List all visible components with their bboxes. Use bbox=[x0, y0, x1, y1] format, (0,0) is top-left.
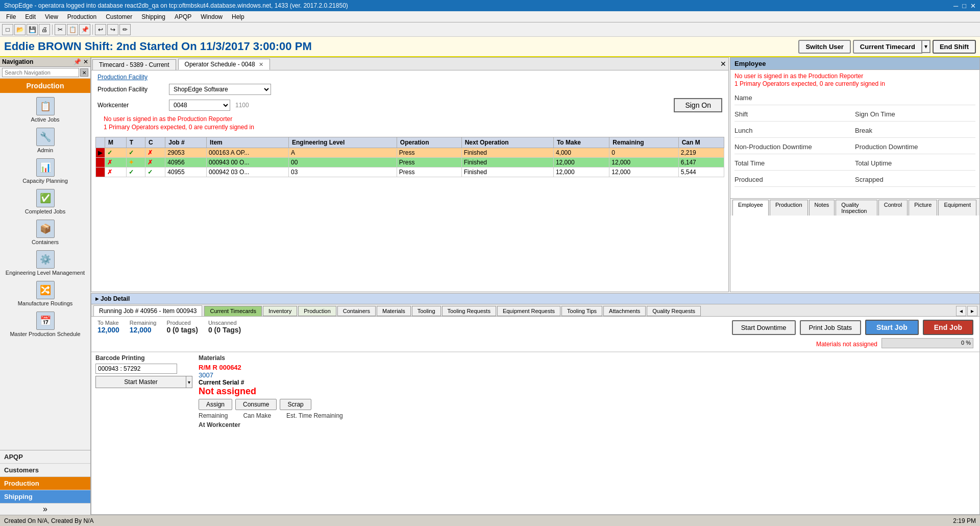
panel-tab-operator-schedule[interactable]: Operator Schedule - 0048 ✕ bbox=[178, 59, 270, 70]
workcenter-select[interactable]: 0048 bbox=[169, 100, 230, 111]
emp-tab-notes[interactable]: Notes bbox=[809, 200, 835, 216]
toolbar-open-btn[interactable]: 📂 bbox=[14, 24, 26, 35]
emp-tab-quality[interactable]: Quality Inspection bbox=[836, 200, 877, 216]
menu-view[interactable]: View bbox=[41, 12, 62, 21]
row-rem-2: 12,000 bbox=[609, 158, 678, 168]
menu-customer[interactable]: Customer bbox=[102, 12, 136, 21]
sidebar-label-manufacture-routings: Manufacture Routings bbox=[18, 300, 73, 306]
mat-rm: R/M R 000642 bbox=[199, 364, 975, 371]
end-job-button[interactable]: End Job bbox=[923, 320, 973, 335]
sidebar-item-active-jobs[interactable]: 📋 Active Jobs bbox=[2, 95, 88, 125]
start-downtime-button[interactable]: Start Downtime bbox=[732, 320, 796, 335]
print-job-stats-button[interactable]: Print Job Stats bbox=[800, 320, 862, 335]
job-tab-tooling-requests[interactable]: Tooling Requests bbox=[442, 306, 496, 316]
bottom-section: ▸ Job Detail Running Job # 40956 - Item … bbox=[91, 293, 980, 515]
toolbar-new-btn[interactable]: □ bbox=[2, 24, 13, 35]
start-job-button[interactable]: Start Job bbox=[865, 320, 919, 335]
job-tab-quality-requests[interactable]: Quality Requests bbox=[647, 306, 701, 316]
row-tomake-1: 4,000 bbox=[553, 148, 609, 158]
emp-tab-control[interactable]: Control bbox=[878, 200, 908, 216]
sidebar-item-master-production[interactable]: 📅 Master Production Schedule bbox=[2, 309, 88, 339]
toolbar-cut-btn[interactable]: ✂ bbox=[55, 24, 66, 35]
prod-facility-select[interactable]: ShopEdge Software bbox=[169, 84, 271, 95]
current-timecard-dropdown[interactable]: ▾ bbox=[922, 40, 930, 53]
sidebar-item-manufacture-routings[interactable]: 🔀 Manufacture Routings bbox=[2, 279, 88, 308]
emp-tab-equipment[interactable]: Equipment bbox=[938, 200, 976, 216]
toolbar-redo-btn[interactable]: ↪ bbox=[107, 24, 118, 35]
prod-facility-link[interactable]: Production Facility bbox=[97, 74, 148, 81]
job-tab-current-timecards[interactable]: Current Timecards bbox=[204, 306, 261, 316]
row-next-1: Finished bbox=[461, 148, 553, 158]
barcode-dropdown-btn[interactable]: ▾ bbox=[186, 376, 192, 388]
nav-close-icon[interactable]: ✕ bbox=[83, 58, 88, 65]
sidebar-item-eng-level[interactable]: ⚙️ Engineering Level Management bbox=[2, 248, 88, 278]
end-shift-button[interactable]: End Shift bbox=[933, 40, 976, 54]
panel-close-btn[interactable]: ✕ bbox=[720, 60, 726, 68]
switch-user-button[interactable]: Switch User bbox=[798, 40, 850, 54]
menu-help[interactable]: Help bbox=[228, 12, 249, 21]
menu-file[interactable]: File bbox=[2, 12, 20, 21]
job-tab-containers[interactable]: Containers bbox=[337, 306, 376, 316]
barcode-btn-container: Start Master ▾ bbox=[95, 376, 192, 388]
toolbar-copy-btn[interactable]: 📋 bbox=[67, 24, 78, 35]
start-master-button[interactable]: Start Master bbox=[95, 376, 186, 388]
sign-on-button[interactable]: Sign On bbox=[674, 98, 722, 112]
toolbar-save-btn[interactable]: 💾 bbox=[27, 24, 38, 35]
material-item: R/M R 000642 3007 Current Serial # Not a… bbox=[199, 364, 975, 428]
menu-shipping[interactable]: Shipping bbox=[137, 12, 169, 21]
maximize-btn[interactable]: □ bbox=[962, 2, 966, 10]
job-tab-attachments[interactable]: Attachments bbox=[603, 306, 646, 316]
assign-button[interactable]: Assign bbox=[199, 399, 232, 410]
scrap-button[interactable]: Scrap bbox=[280, 399, 311, 410]
toolbar-paste-btn[interactable]: 📌 bbox=[79, 24, 90, 35]
sidebar-label-capacity-planning: Capacity Planning bbox=[22, 178, 68, 184]
sidebar-item-capacity-planning[interactable]: 📊 Capacity Planning bbox=[2, 156, 88, 186]
menu-apqp[interactable]: APQP bbox=[170, 12, 195, 21]
sidebar-bottom-apqp[interactable]: APQP bbox=[0, 450, 90, 464]
minimize-btn[interactable]: ─ bbox=[953, 2, 958, 10]
sidebar-bottom-shipping[interactable]: Shipping bbox=[0, 490, 90, 504]
job-tab-nav-left[interactable]: ◂ bbox=[956, 306, 966, 316]
emp-tab-employee[interactable]: Employee bbox=[732, 200, 769, 216]
mat-id: 3007 bbox=[199, 371, 975, 379]
job-tab-nav-right[interactable]: ▸ bbox=[967, 306, 977, 316]
job-tab-materials[interactable]: Materials bbox=[377, 306, 411, 316]
jobs-table-container: M T C Job # Item Engineering Level Opera… bbox=[95, 137, 724, 177]
menu-edit[interactable]: Edit bbox=[21, 12, 40, 21]
sidebar-bottom-production[interactable]: Production bbox=[0, 477, 90, 490]
sidebar-item-admin[interactable]: 🔧 Admin bbox=[2, 126, 88, 155]
col-m: M bbox=[105, 137, 127, 148]
nav-pin-icon[interactable]: 📌 bbox=[74, 58, 81, 65]
search-clear-btn[interactable]: ✕ bbox=[80, 68, 88, 77]
current-timecard-button[interactable]: Current Timecard bbox=[853, 40, 922, 54]
job-tab-tooling-tips[interactable]: Tooling Tips bbox=[561, 306, 602, 316]
sidebar-more-btn[interactable]: » bbox=[0, 504, 90, 515]
consume-button[interactable]: Consume bbox=[235, 399, 277, 410]
toolbar-print-btn[interactable]: 🖨 bbox=[39, 24, 50, 35]
sidebar-item-containers[interactable]: 📦 Containers bbox=[2, 218, 88, 247]
barcode-input[interactable] bbox=[95, 364, 177, 374]
close-btn[interactable]: ✕ bbox=[970, 2, 976, 10]
table-row[interactable]: ▶ ✓ ✓ ✗ 29053 000163 A OP... A Press Fin… bbox=[96, 148, 724, 158]
job-tab-production[interactable]: Production bbox=[298, 306, 336, 316]
panel-tab-timecard[interactable]: Timecard - 5389 - Current bbox=[92, 59, 176, 70]
job-tab-equipment-requests[interactable]: Equipment Requests bbox=[497, 306, 560, 316]
table-row[interactable]: ✗ ✦ ✗ 40956 000943 00 O... 00 Press Fini… bbox=[96, 158, 724, 168]
panel-tab-operator-close[interactable]: ✕ bbox=[259, 61, 263, 67]
employee-body: Name Shift Sign On Time Lunch Break bbox=[730, 90, 979, 196]
table-row[interactable]: ✗ ✓ ✓ 40955 000942 03 O... 03 Press Fini… bbox=[96, 168, 724, 177]
job-tab-tooling[interactable]: Tooling bbox=[412, 306, 441, 316]
menu-window[interactable]: Window bbox=[197, 12, 227, 21]
sidebar-item-completed-jobs[interactable]: ✅ Completed Jobs bbox=[2, 187, 88, 217]
col-item: Item bbox=[207, 137, 289, 148]
statusbar: Created On N/A, Created By N/A 2:19 PM bbox=[0, 515, 980, 526]
sidebar-label-containers: Containers bbox=[32, 239, 59, 245]
emp-tab-production[interactable]: Production bbox=[770, 200, 808, 216]
emp-tab-picture[interactable]: Picture bbox=[909, 200, 937, 216]
toolbar-undo-btn[interactable]: ↩ bbox=[95, 24, 106, 35]
toolbar-edit-btn[interactable]: ✏ bbox=[119, 24, 131, 35]
search-input[interactable] bbox=[2, 68, 79, 77]
menu-production[interactable]: Production bbox=[63, 12, 101, 21]
sidebar-bottom-customers[interactable]: Customers bbox=[0, 464, 90, 477]
job-tab-inventory[interactable]: Inventory bbox=[263, 306, 297, 316]
